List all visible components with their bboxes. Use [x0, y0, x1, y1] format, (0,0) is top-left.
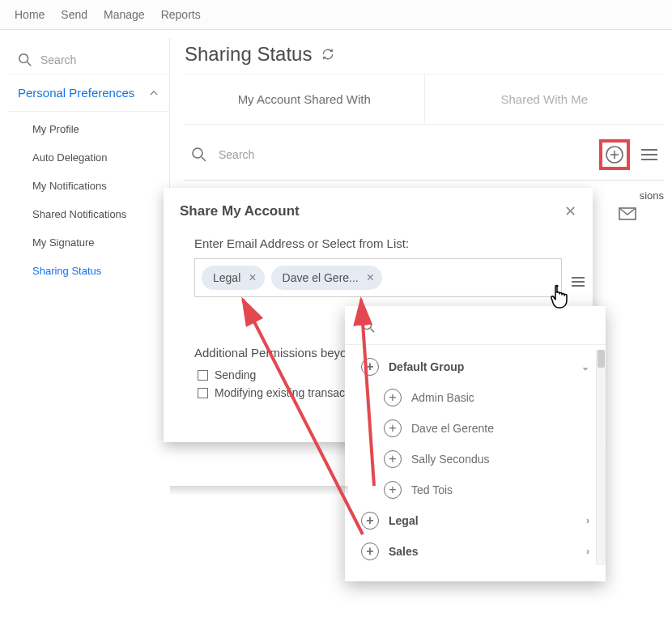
checkbox-icon	[198, 370, 208, 381]
nav-manage[interactable]: Manage	[104, 8, 145, 21]
plus-circle-icon[interactable]	[384, 481, 402, 499]
user-label: Sally Secondus	[411, 453, 490, 466]
permissions-header-fragment: sions	[640, 181, 664, 210]
add-button-highlight	[599, 139, 630, 170]
add-button[interactable]	[604, 144, 625, 165]
dialog-shadow	[170, 486, 348, 496]
user-admin-basic[interactable]: Admin Basic	[345, 382, 606, 413]
search-icon	[18, 53, 32, 67]
recipient-list-toggle[interactable]	[572, 277, 585, 287]
sidebar-item-auto-delegation[interactable]: Auto Delegation	[8, 143, 169, 172]
checkbox-label: Sending	[215, 368, 256, 381]
group-label: Sales	[389, 545, 419, 558]
svg-point-0	[19, 54, 28, 63]
group-label: Default Group	[389, 360, 464, 373]
sidebar-item-shared-notifications[interactable]: Shared Notifications	[8, 200, 169, 228]
sidebar-items: My Profile Auto Delegation My Notificati…	[8, 112, 169, 288]
plus-circle-icon[interactable]	[384, 419, 402, 437]
dialog-title: Share My Account	[180, 203, 300, 219]
sidebar-section-header[interactable]: Personal Preferences	[8, 74, 169, 112]
plus-circle-icon[interactable]	[361, 358, 379, 376]
tab-shared-with-me[interactable]: Shared With Me	[424, 74, 665, 124]
checkbox-icon	[198, 388, 208, 398]
envelope-icon[interactable]	[619, 207, 636, 223]
content-search[interactable]: Search	[191, 147, 588, 163]
nav-send[interactable]: Send	[61, 8, 87, 21]
nav-reports[interactable]: Reports	[161, 8, 201, 21]
group-label: Legal	[389, 514, 419, 527]
user-label: Dave el Gerente	[411, 422, 494, 435]
sidebar-item-my-profile[interactable]: My Profile	[8, 115, 169, 143]
close-button[interactable]: ✕	[564, 202, 576, 220]
chip-remove-icon[interactable]: ×	[249, 270, 256, 285]
svg-point-8	[363, 321, 372, 330]
group-sales[interactable]: Sales ›	[345, 536, 606, 567]
sidebar-search[interactable]: Search	[8, 46, 169, 74]
search-icon	[191, 147, 207, 163]
svg-line-1	[28, 62, 32, 66]
user-ted[interactable]: Ted Tois	[345, 474, 606, 505]
user-sally[interactable]: Sally Secondus	[345, 444, 606, 474]
sidebar-item-sharing-status[interactable]: Sharing Status	[8, 257, 169, 285]
nav-home[interactable]: Home	[15, 8, 45, 21]
svg-line-9	[371, 329, 375, 333]
recipient-input[interactable]: Legal × Dave el Gere... ×	[194, 258, 562, 297]
sidebar-item-my-notifications[interactable]: My Notifications	[8, 172, 169, 200]
svg-point-2	[193, 148, 202, 158]
search-icon	[361, 319, 376, 334]
chip-label: Legal	[213, 271, 240, 284]
page-title: Sharing Status	[185, 43, 312, 66]
recipient-dropdown: Default Group ⌄ Admin Basic Dave el Gere…	[345, 306, 606, 581]
plus-circle-icon[interactable]	[361, 512, 379, 530]
plus-circle-icon[interactable]	[361, 543, 379, 560]
chip-label: Dave el Gere...	[283, 271, 359, 284]
chip-dave[interactable]: Dave el Gere... ×	[271, 266, 383, 290]
user-label: Ted Tois	[411, 483, 453, 496]
checkbox-label: Modifying existing transacti	[215, 386, 351, 399]
scrollbar[interactable]	[596, 350, 606, 565]
chip-remove-icon[interactable]: ×	[367, 270, 374, 285]
sidebar-search-placeholder: Search	[40, 53, 76, 66]
chevron-right-icon: ›	[586, 546, 589, 557]
chevron-up-icon	[148, 87, 159, 99]
group-legal[interactable]: Legal ›	[345, 505, 606, 536]
sidebar-item-my-signature[interactable]: My Signature	[8, 228, 169, 257]
chevron-right-icon: ›	[586, 515, 589, 526]
plus-circle-icon[interactable]	[384, 389, 402, 406]
refresh-icon[interactable]	[321, 48, 334, 61]
tab-my-account-shared-with[interactable]: My Account Shared With	[185, 74, 424, 124]
tabs: My Account Shared With Shared With Me	[185, 74, 664, 125]
svg-line-3	[202, 157, 206, 161]
user-dave[interactable]: Dave el Gerente	[345, 413, 606, 444]
sidebar-section-label: Personal Preferences	[18, 86, 134, 100]
group-default[interactable]: Default Group ⌄	[345, 351, 606, 382]
chip-legal[interactable]: Legal ×	[202, 266, 265, 290]
plus-circle-icon[interactable]	[384, 450, 402, 468]
chevron-down-icon: ⌄	[581, 361, 589, 372]
sidebar: Search Personal Preferences My Profile A…	[8, 38, 170, 288]
dropdown-search[interactable]	[345, 314, 606, 345]
user-label: Admin Basic	[411, 391, 474, 404]
content-search-placeholder: Search	[219, 148, 254, 161]
recipient-prompt: Enter Email Address or Select from List:	[194, 236, 576, 250]
top-nav: Home Send Manage Reports	[0, 0, 672, 30]
plus-circle-icon	[605, 145, 624, 164]
menu-button[interactable]	[641, 149, 657, 160]
